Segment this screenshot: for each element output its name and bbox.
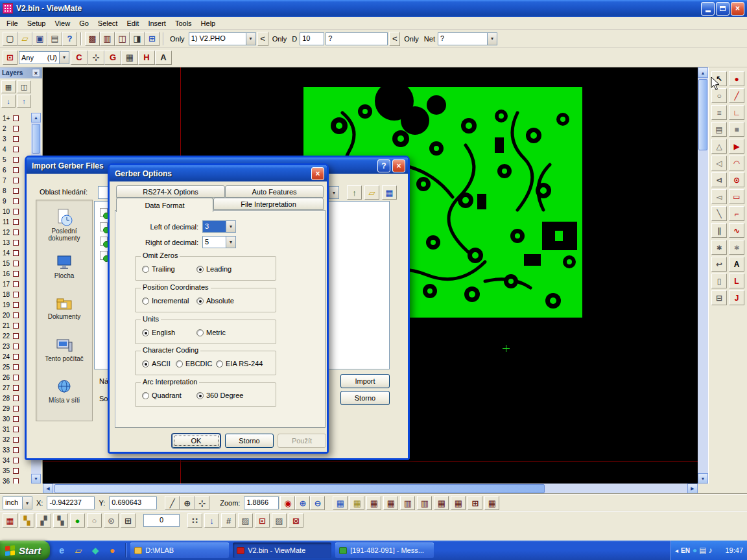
layer-color-box[interactable] — [13, 136, 19, 142]
dialog-close-button[interactable]: × — [311, 167, 324, 180]
chevron-down-icon[interactable]: ▾ — [59, 52, 69, 64]
import-button[interactable]: Import — [340, 374, 390, 388]
layer-color-box[interactable] — [13, 406, 19, 412]
output-icon[interactable]: ⊟ — [711, 290, 727, 305]
draw-arc-icon[interactable]: ◠ — [729, 156, 744, 170]
scroll-down-icon[interactable]: ▼ — [31, 474, 41, 484]
menu-edit[interactable]: Edit — [122, 18, 143, 29]
chevron-left-icon[interactable]: ◂ — [675, 547, 678, 554]
draw-circle-icon[interactable]: ⊙ — [729, 172, 744, 187]
chevron-down-icon[interactable]: ▾ — [226, 221, 235, 232]
place-my-computer[interactable]: Tento počítač — [36, 329, 92, 370]
layer-color-box[interactable] — [13, 375, 19, 380]
fill-mode-icon[interactable]: ▤ — [711, 122, 727, 137]
only-layer-label[interactable]: Only — [170, 35, 185, 43]
left-decimal-combo[interactable]: 3 ▾ — [202, 220, 236, 233]
layer-row[interactable]: 1+ — [0, 113, 30, 123]
radio-incremental[interactable]: Incremental — [142, 297, 189, 305]
scroll-up-icon[interactable]: ▲ — [698, 67, 708, 78]
layer-up-icon[interactable]: ↑ — [17, 95, 31, 108]
flip-icon[interactable]: △ — [711, 139, 727, 154]
menu-help[interactable]: Help — [196, 18, 220, 29]
layer-color-box[interactable] — [13, 364, 19, 370]
grid-table-icon[interactable]: ⊞ — [121, 513, 136, 528]
circle-outline-icon[interactable]: ○ — [87, 513, 102, 528]
zoom-out-icon[interactable]: ⊖ — [310, 496, 325, 510]
gerber-file-icon[interactable] — [100, 208, 108, 217]
menu-go[interactable]: Go — [75, 18, 93, 29]
open-file-icon[interactable]: ▱ — [18, 32, 32, 46]
layer-color-box[interactable] — [13, 219, 19, 225]
filled-square-icon[interactable]: ■ — [729, 122, 744, 137]
keyboard-tray-icon[interactable]: ▤ — [699, 546, 706, 555]
layer-color-box[interactable] — [13, 302, 19, 308]
red-dot-grid-2-icon[interactable]: ⊠ — [289, 513, 303, 528]
taskbar-window-messenger[interactable]: [191-482-091] - Mess... — [335, 542, 434, 558]
new-file-icon[interactable]: ▢ — [3, 32, 18, 46]
layer-color-box[interactable] — [13, 240, 19, 246]
pad-grid-3-icon[interactable]: ▥ — [400, 496, 415, 510]
only-dcode-label[interactable]: Only — [272, 35, 287, 43]
draw-line-icon[interactable]: ╱ — [729, 88, 744, 103]
net-combo[interactable]: ? ▾ — [438, 32, 497, 45]
draw-rect-icon[interactable]: ▭ — [729, 189, 744, 204]
chevron-down-icon[interactable]: ▾ — [329, 187, 338, 198]
layer-grid-icon[interactable]: ▦ — [1, 80, 16, 93]
ortho-line-icon[interactable]: ∟ — [729, 105, 744, 120]
dcode-query-field[interactable]: ? — [326, 32, 388, 45]
only-net-label[interactable]: Only — [404, 35, 419, 43]
unit-combo[interactable]: inch ▾ — [3, 496, 32, 509]
scroll-right-icon[interactable]: ▶ — [687, 484, 698, 494]
mini-grid-1-icon[interactable]: ▞ — [36, 513, 51, 528]
layer-color-box[interactable] — [13, 416, 19, 422]
radio-absolute[interactable]: Absolute — [196, 297, 234, 305]
layer-color-box[interactable] — [13, 126, 19, 132]
tab-file-interpretation[interactable]: File Interpretation — [213, 198, 324, 210]
menu-select[interactable]: Select — [93, 18, 123, 29]
layer-combo[interactable]: 1) V2.PHO ▾ — [189, 32, 256, 45]
arrow-mode-icon[interactable]: ▶ — [729, 139, 744, 154]
gerber-file-icon[interactable] — [100, 237, 108, 246]
layer-color-box[interactable] — [13, 437, 19, 443]
layer-color-box[interactable] — [13, 271, 19, 277]
layer-row[interactable]: 35 — [0, 465, 30, 476]
new-folder-icon[interactable]: ▱ — [364, 185, 379, 200]
chevron-down-icon[interactable]: ▾ — [487, 33, 497, 45]
scroll-up-icon[interactable]: ▲ — [31, 113, 41, 122]
right-decimal-combo[interactable]: 5 ▾ — [202, 236, 236, 248]
pan-grid-icon[interactable]: ⊞ — [468, 496, 482, 510]
prev-layer-button[interactable]: < — [257, 32, 268, 46]
mini-grid-2-icon[interactable]: ▚ — [53, 513, 68, 528]
layer-color-box[interactable] — [13, 250, 19, 256]
storno-button[interactable]: Storno — [225, 434, 274, 448]
radio-ascii[interactable]: ASCII — [142, 360, 171, 368]
dialog-close-button[interactable]: × — [392, 159, 405, 172]
dcode-table-icon[interactable]: ▥ — [100, 32, 115, 46]
layer-color-box[interactable] — [13, 344, 19, 349]
layer-color-box[interactable] — [13, 333, 19, 339]
dot-matrix-icon[interactable]: ∷ — [187, 513, 202, 528]
layer-color-box[interactable] — [13, 395, 19, 401]
tab-auto-features[interactable]: Auto Features — [225, 185, 324, 198]
layer-color-box[interactable] — [13, 146, 19, 152]
hash-grid-icon[interactable]: # — [221, 513, 236, 528]
dialog-help-button[interactable]: ? — [377, 159, 390, 172]
start-button[interactable]: Start — [0, 541, 50, 560]
menu-view[interactable]: View — [50, 18, 75, 29]
gerber-file-icon[interactable] — [100, 222, 108, 231]
sketch-icon[interactable]: ╲ — [711, 206, 727, 221]
count-field[interactable]: 0 — [143, 514, 180, 527]
layer-color-box[interactable] — [13, 209, 19, 215]
taskbar-window-viewmate[interactable]: V2.bin - ViewMate — [233, 542, 331, 558]
tab-rs274x-options[interactable]: RS274-X Options — [116, 185, 225, 198]
internet-explorer-icon[interactable]: e — [55, 544, 68, 557]
scale-icon[interactable]: ◅ — [711, 189, 727, 204]
flash-pad-icon[interactable]: ● — [729, 71, 744, 86]
layer-color-box[interactable] — [13, 261, 19, 266]
menu-tools[interactable]: Tools — [171, 18, 196, 29]
panel-close-icon[interactable]: × — [32, 69, 40, 77]
pad-grid-1-icon[interactable]: ▦ — [366, 496, 381, 510]
up-one-level-icon[interactable]: ↑ — [347, 185, 362, 200]
flash-grid-icon[interactable]: ▦ — [3, 513, 18, 528]
x-coordinate-field[interactable]: -0.942237 — [47, 496, 95, 509]
